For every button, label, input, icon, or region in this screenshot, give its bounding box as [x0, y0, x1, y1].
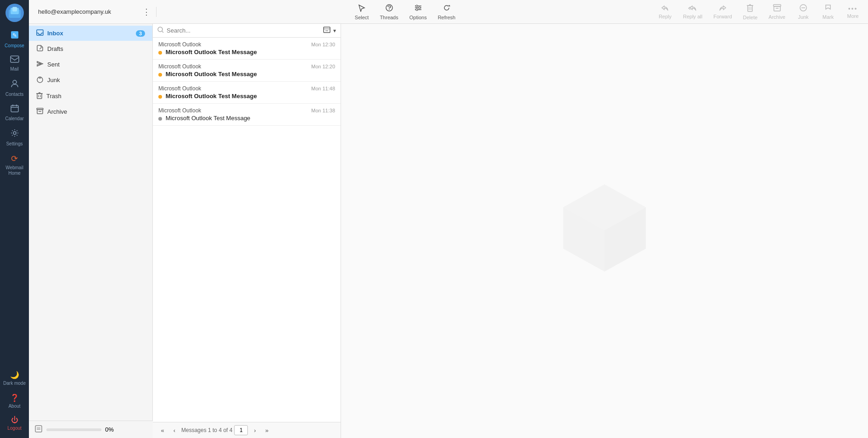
toolbar-actions: Select Threads	[157, 2, 654, 22]
folder-sent-label: Sent	[47, 61, 60, 68]
folder-item-junk[interactable]: Junk	[29, 72, 152, 88]
toolbar-account: hello@examplecompany.uk ⋮	[33, 7, 157, 17]
reading-pane	[341, 24, 868, 438]
toolbar-right: Reply Reply all Forward	[654, 2, 864, 22]
junk-label: Junk	[798, 14, 808, 20]
folder-item-archive[interactable]: Archive	[29, 104, 152, 119]
svg-rect-25	[774, 6, 780, 11]
threads-label: Threads	[380, 15, 398, 20]
message-item[interactable]: Microsoft Outlook Mon 12:30 Microsoft Ou…	[153, 38, 341, 60]
app-logo	[6, 4, 24, 22]
filter-dropdown-icon[interactable]: ▾	[333, 28, 336, 34]
mail-label: Mail	[10, 67, 18, 72]
svg-rect-7	[11, 105, 18, 112]
mark-button[interactable]: Mark	[817, 2, 840, 22]
folder-item-sent[interactable]: Sent	[29, 57, 152, 72]
contacts-icon	[10, 79, 19, 90]
options-button[interactable]: Options	[405, 2, 431, 22]
inbox-icon	[36, 29, 44, 37]
junk-button[interactable]: Junk	[792, 2, 815, 22]
sidebar-item-about[interactable]: ❓ About	[1, 390, 28, 412]
sidebar-item-dark-mode[interactable]: 🌙 Dark mode	[1, 367, 28, 390]
folder-inbox-label: Inbox	[47, 30, 63, 37]
more-label: More	[847, 13, 858, 19]
svg-point-18	[416, 9, 418, 11]
sidebar-item-logout[interactable]: ⏻ Logout	[1, 412, 28, 434]
forward-button[interactable]: Forward	[709, 3, 736, 21]
sidebar-item-compose[interactable]: ✎ Compose	[0, 27, 29, 52]
forward-icon	[718, 5, 727, 13]
refresh-icon	[442, 4, 451, 14]
dark-mode-icon: 🌙	[10, 371, 19, 379]
read-indicator	[158, 117, 162, 121]
unread-indicator	[158, 73, 162, 77]
delete-button[interactable]: Delete	[739, 2, 762, 22]
folder-item-inbox[interactable]: Inbox 3	[29, 26, 152, 41]
last-page-button[interactable]: »	[262, 425, 272, 435]
message-item[interactable]: Microsoft Outlook Mon 11:48 Microsoft Ou…	[153, 82, 341, 104]
folder-archive-label: Archive	[47, 108, 67, 115]
page-number-input[interactable]	[234, 425, 248, 435]
archive-folder-icon	[36, 108, 44, 116]
inbox-badge: 3	[136, 30, 145, 37]
storage-icon	[34, 425, 43, 434]
reply-all-label: Reply all	[683, 14, 702, 19]
account-more-icon[interactable]: ⋮	[142, 7, 151, 17]
folder-item-drafts[interactable]: Drafts	[29, 41, 152, 57]
folder-junk-label: Junk	[47, 77, 60, 83]
first-page-button[interactable]: «	[157, 425, 168, 435]
select-button[interactable]: Select	[350, 2, 374, 22]
prev-page-button[interactable]: ‹	[169, 425, 179, 435]
threads-button[interactable]: Threads	[375, 2, 403, 22]
message-sender: Microsoft Outlook	[158, 63, 201, 70]
sidebar-item-webmail-home[interactable]: ⟳ WebmailHome	[0, 150, 29, 180]
sidebar-item-settings[interactable]: Settings	[0, 125, 29, 150]
sidebar-item-calendar[interactable]: Calendar	[0, 100, 29, 125]
folder-item-trash[interactable]: Trash	[29, 88, 152, 104]
message-subject: Microsoft Outlook Test Message	[158, 93, 335, 100]
toolbar: hello@examplecompany.uk ⋮ Select	[29, 0, 868, 24]
sent-icon	[36, 61, 44, 68]
svg-point-6	[13, 80, 17, 84]
svg-line-43	[162, 31, 163, 33]
message-subject: Microsoft Outlook Test Message	[158, 71, 335, 78]
folder-drafts-label: Drafts	[47, 45, 63, 52]
storage-percent: 0%	[105, 426, 114, 433]
threads-icon	[385, 4, 393, 14]
delete-icon	[746, 4, 754, 14]
contacts-label: Contacts	[6, 92, 23, 97]
storage-progress-bar	[46, 428, 101, 431]
message-time: Mon 11:48	[311, 86, 335, 91]
message-item[interactable]: Microsoft Outlook Mon 12:20 Microsoft Ou…	[153, 60, 341, 82]
select-icon	[358, 4, 366, 14]
archive-button[interactable]: Archive	[764, 2, 790, 22]
mark-label: Mark	[823, 14, 834, 20]
mark-icon	[824, 4, 832, 13]
sidebar-item-contacts[interactable]: Contacts	[0, 75, 29, 100]
more-button[interactable]: ••• More	[841, 3, 864, 21]
svg-point-30	[37, 77, 43, 83]
message-sender: Microsoft Outlook	[158, 85, 201, 92]
mail-icon	[10, 55, 19, 65]
message-item[interactable]: Microsoft Outlook Mon 11:38 Microsoft Ou…	[153, 104, 341, 126]
reply-all-button[interactable]: Reply all	[678, 3, 707, 21]
sidebar-item-mail[interactable]: Mail	[0, 52, 29, 75]
account-email: hello@examplecompany.uk	[38, 8, 111, 15]
message-list: Microsoft Outlook Mon 12:30 Microsoft Ou…	[153, 38, 341, 422]
logout-icon: ⏻	[11, 416, 18, 424]
svg-point-42	[158, 27, 162, 32]
svg-rect-19	[748, 6, 752, 11]
search-icon	[157, 27, 164, 34]
junk-folder-icon	[36, 76, 44, 84]
options-label: Options	[409, 15, 427, 20]
search-input[interactable]	[167, 27, 320, 34]
mail-filter-icon[interactable]	[323, 27, 330, 34]
unread-indicator	[158, 95, 162, 99]
calendar-icon	[11, 104, 19, 115]
svg-point-11	[13, 132, 16, 134]
next-page-button[interactable]: ›	[250, 425, 260, 435]
refresh-button[interactable]: Refresh	[433, 2, 460, 22]
reply-button[interactable]: Reply	[654, 3, 677, 21]
message-sender: Microsoft Outlook	[158, 41, 201, 48]
webmail-home-icon: ⟳	[11, 154, 18, 164]
